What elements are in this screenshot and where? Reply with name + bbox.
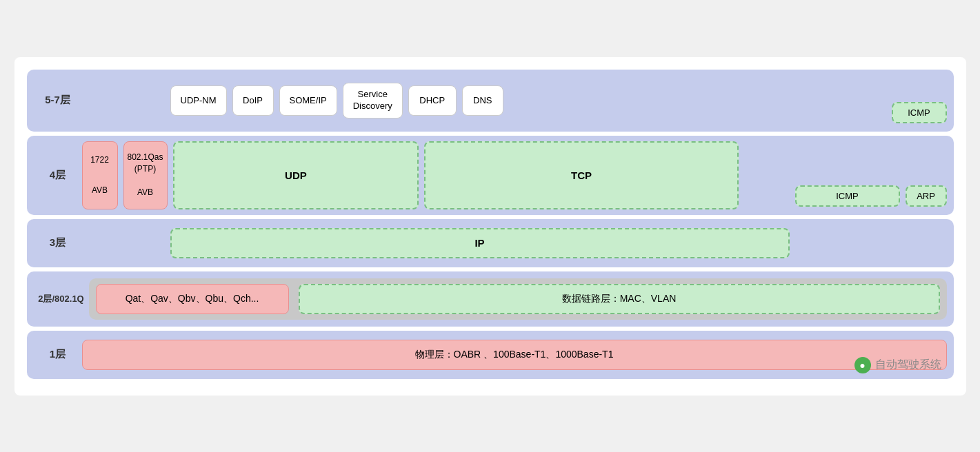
udp-nm-box: UDP-NM — [170, 85, 227, 116]
dhcp-box: DHCP — [408, 85, 457, 116]
mac-vlan-box: 数据链路层：MAC、VLAN — [299, 284, 940, 314]
avb-1722-box: 1722 AVB — [82, 141, 118, 209]
ip-box: IP — [170, 228, 790, 258]
dns-box: DNS — [462, 85, 503, 116]
layer-3-content: IP — [82, 225, 947, 262]
layer-4-right: ICMP ARP — [795, 141, 947, 209]
arp-box: ARP — [906, 185, 947, 207]
avb-802qas-box: 802.1Qas(PTP)AVB — [123, 141, 168, 209]
service-discovery-box: ServiceDiscovery — [343, 83, 403, 119]
watermark: ● 自动驾驶系统 — [854, 357, 941, 373]
layer-4-content: 1722 AVB 802.1Qas(PTP)AVB UDP TCP ICMP A… — [82, 141, 947, 209]
layer-1-row: 1层 物理层：OABR 、100Base-T1、1000Base-T1 ● 自动… — [27, 331, 954, 379]
udp-box: UDP — [173, 141, 419, 209]
icmp-box-57: ICMP — [892, 102, 947, 123]
layer-3-label: 3层 — [34, 225, 82, 262]
layer-57-row: 5-7层 UDP-NM DoIP SOME/IP ServiceDiscover… — [27, 70, 954, 132]
layer-4-row: 4层 1722 AVB 802.1Qas(PTP)AVB UDP TCP — [27, 136, 954, 215]
physical-layer-box: 物理层：OABR 、100Base-T1、1000Base-T1 — [82, 340, 947, 370]
doip-box: DoIP — [232, 85, 274, 116]
layer-1-content: 物理层：OABR 、100Base-T1、1000Base-T1 — [82, 336, 947, 373]
layer-57-label: 5-7层 — [34, 75, 82, 126]
layer-57-content: UDP-NM DoIP SOME/IP ServiceDiscovery DHC… — [82, 75, 947, 126]
tcp-box: TCP — [424, 141, 738, 209]
watermark-text: 自动驾驶系统 — [875, 358, 941, 372]
network-diagram: 5-7层 UDP-NM DoIP SOME/IP ServiceDiscover… — [14, 57, 966, 395]
layer-2-inner: Qat、Qav、Qbv、Qbu、Qch... 数据链路层：MAC、VLAN — [89, 278, 947, 320]
someip-box: SOME/IP — [279, 85, 337, 116]
layer-1-label: 1层 — [34, 336, 82, 373]
layer-2-label: 2层/802.1Q — [34, 277, 89, 321]
icmp-box-4: ICMP — [795, 185, 900, 207]
layer-2-row: 2层/802.1Q Qat、Qav、Qbv、Qbu、Qch... 数据链路层：M… — [27, 271, 954, 327]
layer-3-row: 3层 IP — [27, 219, 954, 267]
layer-4-label: 4层 — [34, 141, 82, 209]
qat-box: Qat、Qav、Qbv、Qbu、Qch... — [96, 284, 289, 314]
wechat-icon: ● — [854, 357, 871, 373]
